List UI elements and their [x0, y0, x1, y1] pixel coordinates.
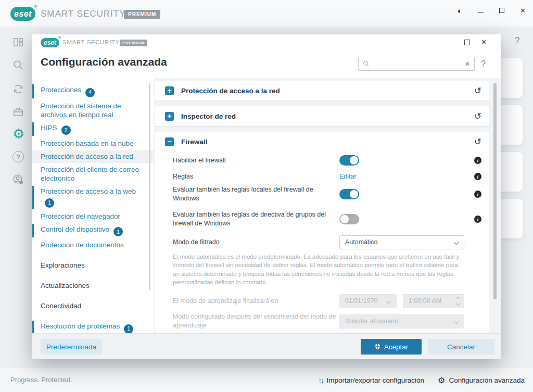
minimize-icon[interactable] — [478, 8, 484, 12]
section-header[interactable]: − Firewall ↺ — [155, 132, 489, 151]
toggle-on[interactable] — [339, 155, 359, 166]
nav-item-protecciones[interactable]: Protecciones4 — [32, 83, 154, 99]
setting-label: El modo de aprendizaje finalizará en — [173, 297, 339, 306]
nav-item-proteccion-nube[interactable]: Protección basada en la nube — [32, 137, 154, 150]
chevron-down-icon — [454, 239, 459, 245]
premium-badge: PREMIUM — [120, 40, 147, 46]
clear-search-icon[interactable]: ✕ — [465, 60, 470, 68]
info-icon[interactable]: i — [474, 173, 481, 180]
nav-item-label: Protección del sistema de archivos en ti… — [41, 102, 121, 119]
close-icon[interactable]: ✕ — [481, 38, 487, 46]
nav-item-label: Control del dispositivo — [41, 225, 109, 233]
setting-label: Reglas — [173, 172, 339, 181]
eset-logo: eset ® — [41, 38, 59, 47]
gear-icon: ⚙ — [438, 375, 445, 385]
settings-content: + Protección de acceso a la red ↺ + Insp… — [154, 78, 501, 333]
nav-item-label: Resolución de problemas — [41, 322, 120, 330]
info-icon[interactable]: i — [474, 216, 481, 223]
info-icon[interactable]: i — [474, 191, 481, 198]
maximize-icon[interactable] — [464, 40, 470, 45]
info-icon[interactable]: i — [474, 157, 481, 164]
sidebar-item-setup[interactable]: ⚙ — [12, 128, 24, 140]
revert-icon[interactable]: ↺ — [474, 86, 481, 95]
content-scrollbar[interactable] — [493, 83, 497, 299]
expand-icon[interactable]: + — [165, 112, 174, 121]
import-export-icon: ↑↓ — [318, 376, 323, 384]
help-icon[interactable]: ? — [515, 35, 519, 46]
search-icon — [363, 60, 370, 67]
filtering-mode-select[interactable]: Automático — [339, 235, 464, 249]
premium-badge: PREMIUM — [124, 10, 160, 19]
nav-item-proteccion-sistema-archivos[interactable]: Protección del sistema de archivos en ti… — [32, 99, 154, 121]
nav-item-label: Protección de documentos — [41, 241, 124, 249]
screen: eset ® SMART SECURITY PREMIUM ◐ ✕ V E A … — [0, 0, 533, 392]
nav-item-exploraciones[interactable]: Exploraciones — [32, 259, 154, 272]
count-badge: 1 — [113, 227, 123, 236]
product-name: SMART SECURITY — [62, 39, 120, 45]
nav-scrollbar[interactable] — [149, 83, 150, 290]
learning-end-time-spinner: 1:00:00 AM — [403, 294, 464, 308]
sidebar-item-tools[interactable]: H — [12, 106, 24, 118]
status-text: Progress. Protected. — [10, 376, 72, 384]
question-circle-icon: ? — [12, 151, 24, 162]
setting-row-mode-after-learning: Modo configurado después del vencimiento… — [155, 310, 489, 332]
toggle-off[interactable] — [339, 214, 359, 224]
count-badge: 2 — [61, 125, 71, 135]
setting-row-filtering-mode: Modo de filtrado Automático — [155, 233, 489, 251]
cancel-button[interactable]: Cancelar — [428, 339, 494, 355]
accept-button[interactable]: Aceptar — [361, 339, 422, 355]
edit-link[interactable]: Editar — [339, 173, 357, 180]
toggle-on[interactable] — [339, 189, 359, 199]
collapse-icon[interactable]: − — [165, 137, 174, 146]
setting-label: Modo de filtrado — [173, 238, 339, 247]
dialog-footer: Predeterminada Aceptar Cancelar — [32, 333, 501, 359]
search-input[interactable] — [373, 60, 462, 68]
uac-shield-icon — [374, 343, 381, 350]
nav-item-actualizaciones[interactable]: Actualizaciones — [32, 279, 154, 292]
dialog-header: Configuración avanzada ✕ ? — [32, 51, 501, 78]
nav-item-hips[interactable]: HIPS2 — [32, 121, 154, 137]
expand-icon[interactable]: + — [165, 86, 174, 95]
sidebar-item-update[interactable]: A — [12, 83, 24, 95]
import-export-link[interactable]: ↑↓ Importar/exportar configuración — [318, 376, 424, 384]
maximize-icon[interactable] — [499, 8, 504, 13]
nav-item-control-dispositivo[interactable]: Control del dispositivo1 — [32, 223, 154, 239]
nav-item-proteccion-web[interactable]: Protección de acceso a la web1 — [32, 185, 154, 210]
section-title: Protección de acceso a la red — [181, 87, 280, 95]
revert-icon[interactable]: ↺ — [474, 112, 481, 121]
section-header[interactable]: + Inspector de red ↺ — [155, 106, 489, 126]
nav-item-label: HIPS — [41, 124, 57, 132]
help-icon[interactable]: ? — [481, 59, 486, 69]
theme-toggle-icon[interactable]: ◐ — [458, 6, 462, 15]
nav-item-proteccion-correo[interactable]: Protección del cliente de correo electró… — [32, 163, 154, 185]
user-icon — [12, 174, 24, 185]
nav-item-label: Exploraciones — [41, 261, 85, 269]
setting-row-rules: Reglas Editar i — [155, 169, 489, 184]
sidebar-item-overview[interactable]: V — [12, 36, 24, 48]
settings-nav: Protecciones4 Protección del sistema de … — [32, 78, 154, 333]
nav-item-conectividad[interactable]: Conectividad — [32, 299, 154, 312]
dashboard-icon — [12, 36, 24, 48]
nav-item-proteccion-documentos[interactable]: Protección de documentos — [32, 238, 154, 251]
accept-button-label: Aceptar — [384, 343, 409, 351]
section-header[interactable]: + Protección de acceso a la red ↺ — [155, 81, 489, 100]
nav-item-label: Conectividad — [41, 302, 81, 310]
advanced-setup-link[interactable]: ⚙ Configuración avanzada — [438, 375, 525, 385]
setting-row-eval-policy-rules: Evaluar también las reglas de directiva … — [155, 208, 489, 231]
nav-item-proteccion-navegador[interactable]: Protección del navegador — [32, 210, 154, 223]
default-button-label: Predeterminada — [46, 343, 96, 351]
close-icon[interactable]: ✕ — [520, 7, 526, 15]
revert-icon[interactable]: ↺ — [474, 137, 481, 146]
sidebar-item-scan[interactable]: E — [12, 59, 24, 71]
sidebar-item-account[interactable]: C — [12, 174, 24, 185]
default-button[interactable]: Predeterminada — [41, 339, 102, 355]
nav-item-proteccion-acceso-red[interactable]: Protección de acceso a la red — [32, 150, 154, 163]
dialog-body: Protecciones4 Protección del sistema de … — [32, 78, 501, 333]
section-card-firewall: − Firewall ↺ Habilitar el firewall i Reg… — [155, 132, 489, 333]
section-title: Inspector de red — [181, 112, 236, 120]
nav-item-resolucion-problemas[interactable]: Resolución de problemas1 — [32, 320, 154, 333]
dialog-titlebar: eset ® SMART SECURITY PREMIUM ✕ — [32, 34, 501, 51]
nav-item-label: Protección de acceso a la red — [41, 153, 133, 160]
setting-row-eval-local-rules: Evaluar también las reglas locales del f… — [155, 184, 489, 205]
sidebar-item-help[interactable]: ? A — [12, 151, 24, 162]
